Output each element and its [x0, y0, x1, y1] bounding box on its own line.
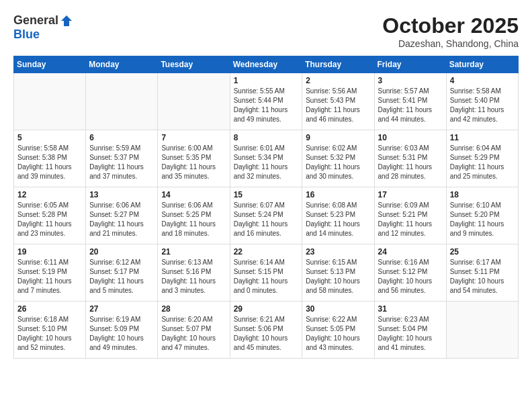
day-number: 19	[17, 247, 82, 257]
day-info: Sunrise: 6:12 AM Sunset: 5:17 PM Dayligh…	[89, 258, 154, 295]
day-number: 20	[89, 247, 154, 257]
day-number: 30	[306, 304, 370, 314]
day-info: Sunrise: 6:17 AM Sunset: 5:11 PM Dayligh…	[450, 258, 515, 295]
day-number: 15	[234, 190, 299, 199]
day-number: 3	[378, 76, 443, 85]
calendar-day-cell: 18Sunrise: 6:10 AM Sunset: 5:20 PM Dayli…	[446, 187, 518, 244]
day-of-week-header: Wednesday	[230, 56, 302, 73]
calendar-day-cell: 26Sunrise: 6:18 AM Sunset: 5:10 PM Dayli…	[14, 302, 86, 359]
day-info: Sunrise: 6:00 AM Sunset: 5:35 PM Dayligh…	[161, 144, 226, 181]
calendar-day-cell: 20Sunrise: 6:12 AM Sunset: 5:17 PM Dayli…	[86, 244, 158, 302]
calendar-day-cell	[14, 73, 86, 130]
calendar-day-cell: 7Sunrise: 6:00 AM Sunset: 5:35 PM Daylig…	[158, 130, 230, 187]
day-info: Sunrise: 6:07 AM Sunset: 5:24 PM Dayligh…	[234, 201, 299, 238]
calendar-day-cell: 25Sunrise: 6:17 AM Sunset: 5:11 PM Dayli…	[446, 244, 518, 302]
calendar-day-cell: 23Sunrise: 6:15 AM Sunset: 5:13 PM Dayli…	[302, 244, 374, 302]
day-of-week-header: Thursday	[302, 56, 374, 73]
calendar-day-cell: 19Sunrise: 6:11 AM Sunset: 5:19 PM Dayli…	[14, 244, 86, 302]
day-number: 16	[306, 190, 370, 199]
day-info: Sunrise: 5:58 AM Sunset: 5:40 PM Dayligh…	[450, 87, 515, 124]
calendar-day-cell: 11Sunrise: 6:04 AM Sunset: 5:29 PM Dayli…	[446, 130, 518, 187]
day-number: 4	[450, 76, 515, 85]
day-info: Sunrise: 6:21 AM Sunset: 5:06 PM Dayligh…	[234, 315, 299, 353]
day-info: Sunrise: 6:16 AM Sunset: 5:12 PM Dayligh…	[378, 258, 443, 295]
day-info: Sunrise: 6:19 AM Sunset: 5:09 PM Dayligh…	[89, 315, 154, 353]
day-info: Sunrise: 6:02 AM Sunset: 5:32 PM Dayligh…	[306, 144, 370, 181]
day-number: 29	[234, 304, 299, 314]
day-number: 1	[234, 76, 299, 85]
day-number: 13	[89, 190, 154, 199]
day-number: 6	[89, 133, 154, 142]
day-info: Sunrise: 5:59 AM Sunset: 5:37 PM Dayligh…	[89, 144, 154, 181]
calendar-week-row: 19Sunrise: 6:11 AM Sunset: 5:19 PM Dayli…	[14, 244, 519, 302]
svg-marker-0	[61, 15, 72, 26]
day-of-week-header: Sunday	[14, 56, 86, 73]
day-number: 25	[450, 247, 515, 257]
calendar-day-cell: 17Sunrise: 6:09 AM Sunset: 5:21 PM Dayli…	[374, 187, 446, 244]
calendar-day-cell: 24Sunrise: 6:16 AM Sunset: 5:12 PM Dayli…	[374, 244, 446, 302]
location: Dazeshan, Shandong, China	[382, 38, 519, 49]
calendar-day-cell: 31Sunrise: 6:23 AM Sunset: 5:04 PM Dayli…	[374, 302, 446, 359]
day-number: 11	[450, 133, 515, 142]
day-info: Sunrise: 5:55 AM Sunset: 5:44 PM Dayligh…	[234, 87, 299, 124]
day-info: Sunrise: 6:08 AM Sunset: 5:23 PM Dayligh…	[306, 201, 370, 238]
day-number: 26	[17, 304, 82, 314]
day-number: 27	[89, 304, 154, 314]
calendar-week-row: 1Sunrise: 5:55 AM Sunset: 5:44 PM Daylig…	[14, 73, 519, 130]
day-info: Sunrise: 6:18 AM Sunset: 5:10 PM Dayligh…	[17, 315, 82, 353]
day-number: 7	[161, 133, 226, 142]
day-info: Sunrise: 5:57 AM Sunset: 5:41 PM Dayligh…	[378, 87, 443, 124]
calendar-day-cell: 14Sunrise: 6:06 AM Sunset: 5:25 PM Dayli…	[158, 187, 230, 244]
day-number: 9	[306, 133, 370, 142]
calendar-day-cell: 30Sunrise: 6:22 AM Sunset: 5:05 PM Dayli…	[302, 302, 374, 359]
day-number: 17	[378, 190, 443, 199]
calendar-table: SundayMondayTuesdayWednesdayThursdayFrid…	[13, 56, 519, 359]
calendar-day-cell: 29Sunrise: 6:21 AM Sunset: 5:06 PM Dayli…	[230, 302, 302, 359]
day-of-week-header: Saturday	[446, 56, 518, 73]
calendar-day-cell: 9Sunrise: 6:02 AM Sunset: 5:32 PM Daylig…	[302, 130, 374, 187]
calendar-day-cell: 2Sunrise: 5:56 AM Sunset: 5:43 PM Daylig…	[302, 73, 374, 130]
day-number: 24	[378, 247, 443, 257]
day-info: Sunrise: 5:58 AM Sunset: 5:38 PM Dayligh…	[17, 144, 82, 181]
day-info: Sunrise: 6:11 AM Sunset: 5:19 PM Dayligh…	[17, 258, 82, 295]
calendar-day-cell: 1Sunrise: 5:55 AM Sunset: 5:44 PM Daylig…	[230, 73, 302, 130]
calendar-day-cell: 5Sunrise: 5:58 AM Sunset: 5:38 PM Daylig…	[14, 130, 86, 187]
day-info: Sunrise: 6:10 AM Sunset: 5:20 PM Dayligh…	[450, 201, 515, 238]
calendar-day-cell: 15Sunrise: 6:07 AM Sunset: 5:24 PM Dayli…	[230, 187, 302, 244]
calendar-day-cell: 13Sunrise: 6:06 AM Sunset: 5:27 PM Dayli…	[86, 187, 158, 244]
day-info: Sunrise: 6:04 AM Sunset: 5:29 PM Dayligh…	[450, 144, 515, 181]
day-info: Sunrise: 6:06 AM Sunset: 5:25 PM Dayligh…	[161, 201, 226, 238]
day-info: Sunrise: 6:03 AM Sunset: 5:31 PM Dayligh…	[378, 144, 443, 181]
day-info: Sunrise: 6:06 AM Sunset: 5:27 PM Dayligh…	[89, 201, 154, 238]
day-number: 2	[306, 76, 370, 85]
calendar-week-row: 5Sunrise: 5:58 AM Sunset: 5:38 PM Daylig…	[14, 130, 519, 187]
day-number: 8	[234, 133, 299, 142]
day-info: Sunrise: 5:56 AM Sunset: 5:43 PM Dayligh…	[306, 87, 370, 124]
calendar-day-cell: 28Sunrise: 6:20 AM Sunset: 5:07 PM Dayli…	[158, 302, 230, 359]
day-info: Sunrise: 6:23 AM Sunset: 5:04 PM Dayligh…	[378, 315, 443, 353]
calendar-week-row: 26Sunrise: 6:18 AM Sunset: 5:10 PM Dayli…	[14, 302, 519, 359]
calendar-day-cell: 4Sunrise: 5:58 AM Sunset: 5:40 PM Daylig…	[446, 73, 518, 130]
day-of-week-header: Friday	[374, 56, 446, 73]
day-number: 23	[306, 247, 370, 257]
day-info: Sunrise: 6:15 AM Sunset: 5:13 PM Dayligh…	[306, 258, 370, 295]
month-title: October 2025	[382, 13, 519, 38]
title-block: October 2025 Dazeshan, Shandong, China	[382, 13, 519, 49]
day-number: 14	[161, 190, 226, 199]
logo-icon	[60, 14, 73, 28]
logo: General Blue	[13, 13, 73, 42]
day-info: Sunrise: 6:05 AM Sunset: 5:28 PM Dayligh…	[17, 201, 82, 238]
calendar-day-cell: 3Sunrise: 5:57 AM Sunset: 5:41 PM Daylig…	[374, 73, 446, 130]
day-info: Sunrise: 6:22 AM Sunset: 5:05 PM Dayligh…	[306, 315, 370, 353]
day-number: 10	[378, 133, 443, 142]
day-info: Sunrise: 6:01 AM Sunset: 5:34 PM Dayligh…	[234, 144, 299, 181]
calendar-day-cell	[446, 302, 518, 359]
day-number: 31	[378, 304, 443, 314]
day-number: 5	[17, 133, 82, 142]
calendar-day-cell: 16Sunrise: 6:08 AM Sunset: 5:23 PM Dayli…	[302, 187, 374, 244]
calendar-day-cell: 8Sunrise: 6:01 AM Sunset: 5:34 PM Daylig…	[230, 130, 302, 187]
day-of-week-header: Tuesday	[158, 56, 230, 73]
calendar-day-cell: 27Sunrise: 6:19 AM Sunset: 5:09 PM Dayli…	[86, 302, 158, 359]
day-info: Sunrise: 6:13 AM Sunset: 5:16 PM Dayligh…	[161, 258, 226, 295]
calendar-day-cell	[158, 73, 230, 130]
